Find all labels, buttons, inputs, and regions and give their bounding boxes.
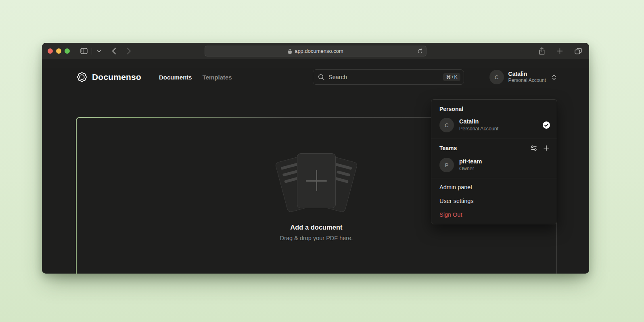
search-icon [318, 74, 325, 81]
personal-avatar: C [439, 118, 454, 132]
address-bar[interactable]: app.documenso.com [205, 46, 427, 56]
team-role: Owner [459, 165, 550, 172]
search-placeholder: Search [328, 74, 439, 80]
search-input[interactable]: Search ⌘+K [313, 69, 464, 85]
tab-overview-icon[interactable] [573, 46, 583, 56]
teams-section-label: Teams [439, 145, 525, 151]
lock-icon [288, 48, 292, 54]
menu-item-sign-out[interactable]: Sign Out [431, 208, 557, 222]
add-team-plus-icon[interactable] [542, 144, 550, 152]
back-icon[interactable] [110, 46, 118, 56]
personal-section-label: Personal [431, 102, 557, 115]
reload-icon[interactable] [417, 48, 423, 54]
app-header: Documenso Documents Templates Search ⌘+K… [76, 68, 557, 86]
menu-item-user-settings[interactable]: User settings [431, 194, 557, 208]
sidebar-toggle-icon[interactable] [79, 46, 89, 56]
personal-type: Personal Account [459, 125, 537, 132]
personal-name: Catalin [459, 118, 537, 125]
chevron-up-down-icon [551, 74, 557, 81]
search-shortcut-badge: ⌘+K [443, 73, 460, 81]
check-badge-icon [542, 121, 550, 129]
account-type: Personal Account [508, 77, 546, 84]
menu-item-admin-panel[interactable]: Admin panel [431, 180, 557, 194]
brand-name: Documenso [92, 72, 141, 82]
dropzone-subtitle: Drag & drop your PDF here. [280, 235, 353, 241]
forward-icon[interactable] [125, 46, 133, 56]
team-item[interactable]: P pit-team Owner [431, 155, 557, 176]
traffic-lights [48, 48, 70, 54]
sidebar-chevron-down-icon[interactable] [95, 48, 103, 54]
plus-icon [306, 170, 327, 191]
close-window-button[interactable] [48, 48, 53, 54]
team-settings-sliders-icon[interactable] [529, 144, 538, 153]
menu-divider [431, 138, 557, 138]
documenso-logo-icon [76, 71, 88, 83]
nav-documents[interactable]: Documents [159, 74, 192, 81]
team-name: pit-team [459, 158, 550, 165]
new-tab-plus-icon[interactable] [555, 46, 565, 56]
teams-section-header: Teams [431, 140, 557, 155]
menu-divider [431, 178, 557, 178]
account-avatar: C [489, 70, 504, 84]
browser-window: app.documenso.com [42, 43, 589, 274]
main-nav: Documents Templates [159, 74, 232, 81]
browser-toolbar: app.documenso.com [42, 43, 589, 59]
personal-account-item[interactable]: C Catalin Personal Account [431, 115, 557, 136]
share-icon[interactable] [537, 46, 547, 56]
zoom-window-button[interactable] [65, 48, 70, 54]
nav-templates[interactable]: Templates [203, 74, 232, 81]
account-dropdown-menu: Personal C Catalin Personal Account Team… [431, 99, 557, 224]
minimize-window-button[interactable] [56, 48, 61, 54]
account-menu-trigger[interactable]: C Catalin Personal Account [489, 70, 557, 84]
dropzone-title: Add a document [290, 224, 342, 231]
account-name: Catalin [508, 71, 546, 78]
team-avatar: P [439, 158, 454, 172]
brand[interactable]: Documenso [76, 71, 141, 83]
toolbar-divider [92, 48, 92, 54]
url-text: app.documenso.com [295, 48, 343, 54]
document-card-center [297, 153, 336, 208]
card-stack-illustration [272, 152, 361, 213]
documenso-app: Documenso Documents Templates Search ⌘+K… [42, 68, 589, 274]
